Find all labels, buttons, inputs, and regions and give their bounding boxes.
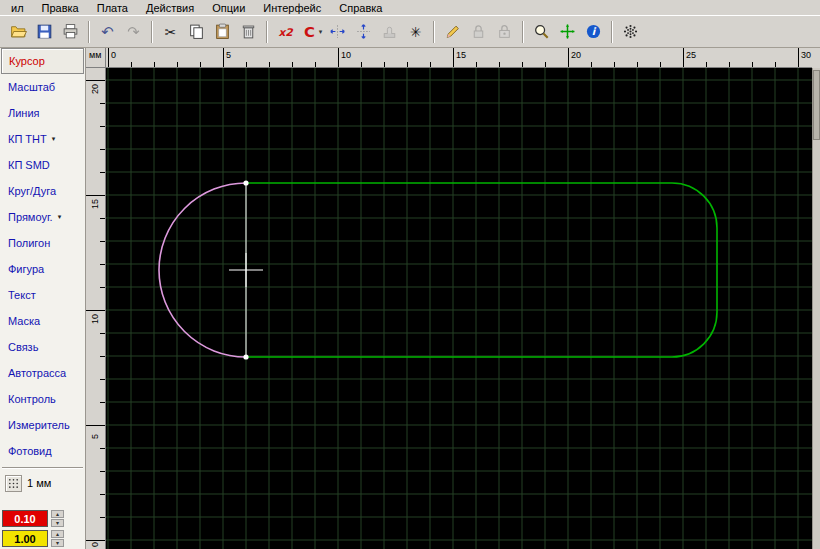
copy-button[interactable] bbox=[184, 20, 209, 44]
paste-button[interactable] bbox=[210, 20, 235, 44]
cut-button[interactable]: ✂ bbox=[158, 20, 183, 44]
ruler-tick bbox=[384, 62, 385, 67]
menu-interface[interactable]: Интерфейс bbox=[254, 2, 330, 14]
ruler-tick bbox=[100, 517, 105, 518]
pad-size-field[interactable]: 1.00 bbox=[2, 530, 48, 547]
delete-button[interactable] bbox=[236, 20, 261, 44]
sidebar-item-autoroute[interactable]: Автотрасса bbox=[0, 360, 85, 386]
ruler-label: 0 bbox=[111, 50, 116, 60]
rotate-button[interactable]: C▾ bbox=[299, 20, 324, 44]
sidebar-item-ratsnest[interactable]: Связь bbox=[0, 334, 85, 360]
menu-options[interactable]: Опции bbox=[203, 2, 254, 14]
pencil-macro-button[interactable] bbox=[440, 20, 465, 44]
svg-text:x2: x2 bbox=[278, 26, 294, 39]
redo-button[interactable]: ↷ bbox=[121, 20, 146, 44]
ruler-tick bbox=[100, 264, 105, 265]
vertex-handle[interactable] bbox=[243, 180, 248, 185]
mirror-vertical-button[interactable] bbox=[351, 20, 376, 44]
sidebar-item-label: Линия bbox=[8, 107, 40, 119]
info-icon: i bbox=[585, 23, 602, 40]
sidebar-item-figure[interactable]: Фигура bbox=[0, 256, 85, 282]
ruler-label: 25 bbox=[686, 50, 696, 60]
menu-board[interactable]: Плата bbox=[88, 2, 137, 14]
pcb-canvas[interactable] bbox=[106, 68, 812, 549]
ruler-tick bbox=[522, 62, 523, 67]
menu-edit[interactable]: Правка bbox=[33, 2, 88, 14]
sidebar-item-label: КП SMD bbox=[8, 159, 50, 171]
delete-icon bbox=[240, 23, 257, 40]
vertical-scrollbar[interactable] bbox=[812, 68, 820, 549]
sidebar-item-label: Автотрасса bbox=[8, 367, 66, 379]
zoom-button[interactable] bbox=[529, 20, 554, 44]
copy-icon bbox=[188, 23, 205, 40]
stepper-down-icon[interactable]: ▾ bbox=[51, 539, 64, 547]
ruler-label: 15 bbox=[456, 50, 466, 60]
menu-help[interactable]: Справка bbox=[330, 2, 391, 14]
grid-size-label: 1 мм bbox=[27, 477, 51, 489]
sidebar-separator bbox=[2, 467, 83, 469]
ruler-tick bbox=[100, 471, 105, 472]
ruler-tick bbox=[100, 402, 105, 403]
toolbar-separator bbox=[433, 21, 435, 43]
horizontal-ruler: 051015202530 bbox=[106, 48, 812, 68]
sidebar-item-pad-smd[interactable]: КП SMD bbox=[0, 152, 85, 178]
ruler-tick bbox=[131, 62, 132, 67]
padlock-button[interactable] bbox=[492, 20, 517, 44]
sidebar-item-measure[interactable]: Измеритель bbox=[0, 412, 85, 438]
ruler-tick bbox=[614, 62, 615, 67]
ruler-label: 10 bbox=[341, 50, 351, 60]
pcb-outline-path[interactable] bbox=[246, 183, 717, 357]
stepper-up-icon[interactable]: ▴ bbox=[51, 510, 64, 518]
snap-crosshair-button[interactable] bbox=[555, 20, 580, 44]
toolbar: ↶↷✂x2C▾✳i bbox=[0, 15, 820, 48]
sidebar-item-text[interactable]: Текст bbox=[0, 282, 85, 308]
scale-x2-button[interactable]: x2 bbox=[273, 20, 298, 44]
menu-actions[interactable]: Действия bbox=[137, 2, 203, 14]
dropdown-arrow-icon[interactable]: ▾ bbox=[319, 28, 323, 36]
menu-file[interactable]: ил bbox=[2, 2, 33, 14]
open-folder-button[interactable] bbox=[6, 20, 31, 44]
track-width-field[interactable]: 0.10 bbox=[2, 510, 48, 527]
asterisk-button[interactable]: ✳ bbox=[403, 20, 428, 44]
ruler-tick bbox=[100, 218, 105, 219]
mirror-horizontal-button[interactable] bbox=[325, 20, 350, 44]
toolbar-separator bbox=[88, 21, 90, 43]
sidebar-item-rectangle[interactable]: Прямоуг.▾ bbox=[0, 204, 85, 230]
ruler-tick bbox=[637, 62, 638, 67]
print-icon bbox=[62, 23, 79, 40]
vertex-handle[interactable] bbox=[243, 354, 248, 359]
ruler-tick bbox=[100, 126, 105, 127]
footprint-dots-button[interactable] bbox=[618, 20, 643, 44]
stamp-icon bbox=[381, 23, 398, 40]
lock-button[interactable] bbox=[466, 20, 491, 44]
cut-icon: ✂ bbox=[162, 23, 179, 40]
ruler-tick bbox=[200, 62, 201, 67]
svg-text:C: C bbox=[304, 23, 315, 40]
ruler-tick bbox=[100, 103, 105, 104]
stepper-down-icon[interactable]: ▾ bbox=[51, 519, 64, 527]
mirror-vertical-icon bbox=[355, 23, 372, 40]
sidebar-item-circle-arc[interactable]: Круг/Дуга bbox=[0, 178, 85, 204]
save-button[interactable] bbox=[32, 20, 57, 44]
sidebar-item-polygon[interactable]: Полигон bbox=[0, 230, 85, 256]
sidebar-item-cursor[interactable]: Курсор bbox=[1, 48, 84, 74]
grid-size-button[interactable]: 1 мм bbox=[0, 472, 85, 494]
ruler-tick bbox=[361, 62, 362, 67]
sidebar-item-mask[interactable]: Маска bbox=[0, 308, 85, 334]
undo-button[interactable]: ↶ bbox=[95, 20, 120, 44]
stamp-button[interactable] bbox=[377, 20, 402, 44]
sidebar-item-test[interactable]: Контроль bbox=[0, 386, 85, 412]
sidebar-item-zoom[interactable]: Масштаб bbox=[0, 74, 85, 100]
sidebar-item-photoview[interactable]: Фотовид bbox=[0, 438, 85, 464]
print-button[interactable] bbox=[58, 20, 83, 44]
sidebar-item-line[interactable]: Линия bbox=[0, 100, 85, 126]
ruler-tick bbox=[100, 287, 105, 288]
sidebar-item-pad-tht[interactable]: КП ТНТ▾ bbox=[0, 126, 85, 152]
stepper-up-icon[interactable]: ▴ bbox=[51, 530, 64, 538]
info-button[interactable]: i bbox=[581, 20, 606, 44]
mirror-horizontal-icon bbox=[329, 23, 346, 40]
ruler-tick bbox=[752, 62, 753, 67]
scrollbar-thumb[interactable] bbox=[813, 70, 820, 140]
dropdown-arrow-icon[interactable]: ▾ bbox=[58, 213, 62, 221]
dropdown-arrow-icon[interactable]: ▾ bbox=[52, 135, 56, 143]
